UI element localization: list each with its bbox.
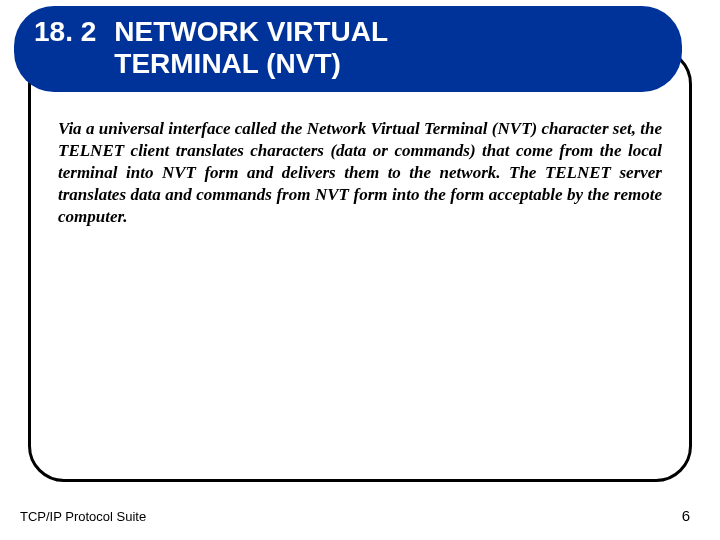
title-bar: 18. 2 NETWORK VIRTUAL TERMINAL (NVT) [14,6,682,92]
footer-page-number: 6 [682,507,690,524]
section-number: 18. 2 [34,16,96,48]
content-frame [28,48,692,482]
body-paragraph: Via a universal interface called the Net… [58,118,662,228]
section-title-line1: NETWORK VIRTUAL [114,16,388,48]
footer-source: TCP/IP Protocol Suite [20,509,146,524]
section-title-line2: TERMINAL (NVT) [114,48,388,80]
